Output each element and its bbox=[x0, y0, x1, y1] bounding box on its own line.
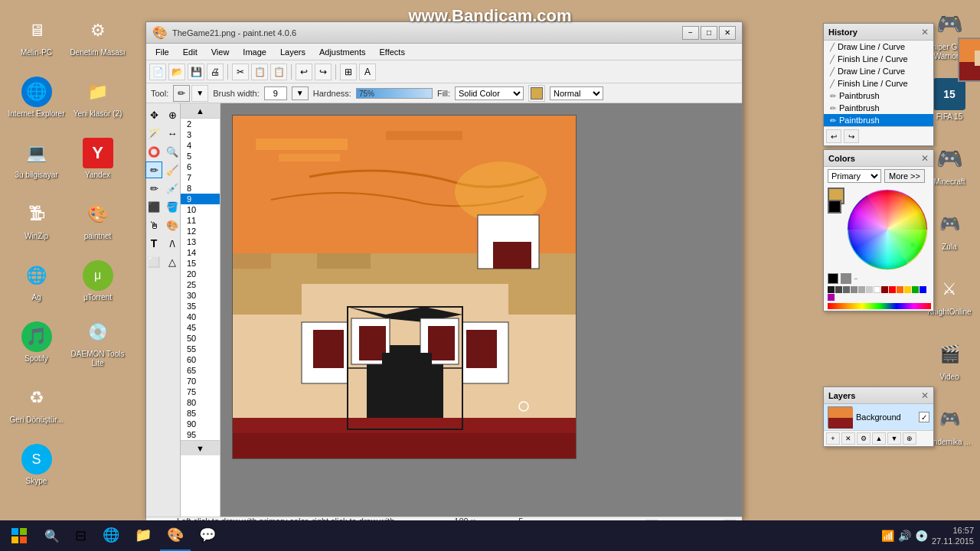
brush-item-70[interactable]: 70 bbox=[181, 376, 220, 386]
history-undo-btn[interactable]: ↩ bbox=[826, 129, 841, 143]
open-btn[interactable]: 📂 bbox=[168, 64, 185, 80]
brush-item-75[interactable]: 75 bbox=[181, 386, 220, 397]
shapes-tool[interactable]: △ bbox=[164, 253, 181, 270]
hardness-bar[interactable]: 75% bbox=[356, 88, 433, 99]
desktop-icon-recycle[interactable]: ♻ Geri Dönüştür... bbox=[8, 375, 65, 432]
brush-item-40[interactable]: 40 bbox=[181, 311, 220, 322]
brush-item-8[interactable]: 8 bbox=[181, 183, 220, 194]
move-tool[interactable]: ✥ bbox=[145, 106, 162, 123]
fill-tool[interactable]: 🪣 bbox=[164, 198, 181, 215]
palette-white[interactable] bbox=[874, 286, 880, 293]
brush-item-65[interactable]: 65 bbox=[181, 365, 220, 376]
palette-darkgrey[interactable] bbox=[835, 286, 842, 293]
desktop-icon-daemon[interactable]: 💿 DAEMON Tools Lite bbox=[69, 314, 126, 371]
brush-item-4[interactable]: 4 bbox=[181, 140, 220, 151]
palette-red[interactable] bbox=[889, 286, 896, 293]
brush-item-2[interactable]: 2 bbox=[181, 119, 220, 129]
history-item-5[interactable]: ✏ Paintbrush bbox=[824, 90, 933, 102]
blend-select[interactable]: Normal bbox=[550, 86, 603, 100]
zoom-tool[interactable]: ⊕ bbox=[164, 106, 181, 123]
start-button[interactable] bbox=[0, 520, 38, 551]
select-tool[interactable]: ↔ bbox=[164, 125, 181, 142]
brush-item-9[interactable]: 9 bbox=[181, 194, 220, 204]
brush-item-5[interactable]: 5 bbox=[181, 151, 220, 161]
taskbar-ie[interactable]: 🌐 bbox=[96, 520, 126, 551]
desktop-icon-melinpc[interactable]: 🖥 Melin-PC bbox=[8, 8, 65, 65]
brush-item-45[interactable]: 45 bbox=[181, 322, 220, 333]
colors-close-btn[interactable]: ✕ bbox=[921, 153, 929, 164]
history-item-7[interactable]: ✏ Paintbrush bbox=[824, 114, 933, 126]
colors-type-select[interactable]: Primary Secondary bbox=[828, 169, 881, 183]
cut-btn[interactable]: ✂ bbox=[232, 64, 249, 80]
history-item-6[interactable]: ✏ Paintbrush bbox=[824, 102, 933, 114]
brush-item-30[interactable]: 30 bbox=[181, 290, 220, 301]
desktop-icon-video[interactable]: 🎬 Video bbox=[923, 329, 976, 390]
layer-item-background[interactable]: Background ✓ bbox=[824, 404, 933, 430]
redo-btn[interactable]: ↪ bbox=[315, 64, 332, 80]
secondary-color-swatch[interactable] bbox=[828, 200, 841, 214]
menu-image[interactable]: Image bbox=[237, 46, 273, 58]
add-layer-btn[interactable]: + bbox=[826, 432, 840, 445]
menu-edit[interactable]: Edit bbox=[177, 46, 204, 58]
close-button[interactable]: ✕ bbox=[719, 26, 736, 40]
brush-size-list[interactable]: ▲ 2 3 4 5 6 7 8 9 10 11 12 13 14 15 20 2… bbox=[181, 103, 220, 517]
history-close-btn[interactable]: ✕ bbox=[921, 27, 929, 37]
palette-silver[interactable] bbox=[866, 286, 873, 293]
text-btn[interactable]: A bbox=[359, 64, 376, 80]
ellipse-tool[interactable]: ⭕ bbox=[145, 143, 162, 160]
black-swatch[interactable] bbox=[828, 273, 838, 284]
transparency-icon[interactable]: − bbox=[854, 275, 858, 282]
taskbar-skype[interactable]: 💬 bbox=[192, 520, 223, 551]
brush-item-10[interactable]: 10 bbox=[181, 204, 220, 215]
taskbar-paintnet[interactable]: 🎨 bbox=[160, 520, 191, 551]
brush-item-15[interactable]: 15 bbox=[181, 258, 220, 269]
palette-blue[interactable] bbox=[920, 286, 926, 293]
magic-wand-tool[interactable]: 🪄 bbox=[145, 125, 162, 142]
layer-up-btn[interactable]: ▲ bbox=[872, 432, 886, 445]
history-item-4[interactable]: ╱ Finish Line / Curve bbox=[824, 77, 933, 90]
fill-select[interactable]: Solid Color bbox=[455, 86, 524, 100]
brush-item-11[interactable]: 11 bbox=[181, 215, 220, 226]
grey-swatch[interactable] bbox=[841, 273, 851, 284]
tool-picker-btn[interactable]: ▼ bbox=[191, 85, 208, 102]
brush-item-80[interactable]: 80 bbox=[181, 397, 220, 408]
desktop-icon-paintnet[interactable]: 🎨 paintnet bbox=[69, 191, 126, 249]
history-item-2[interactable]: ╱ Finish Line / Curve bbox=[824, 53, 933, 65]
new-btn[interactable]: 📄 bbox=[149, 64, 166, 80]
palette-darkred[interactable] bbox=[881, 286, 888, 293]
delete-layer-btn[interactable]: ✕ bbox=[841, 432, 855, 445]
menu-file[interactable]: File bbox=[149, 46, 175, 58]
taskbar-explorer[interactable]: 📁 bbox=[128, 520, 158, 551]
colorpick-tool[interactable]: 💉 bbox=[164, 180, 181, 197]
brush-item-60[interactable]: 60 bbox=[181, 354, 220, 365]
palette-ltgrey[interactable] bbox=[858, 286, 865, 293]
brush-item-35[interactable]: 35 bbox=[181, 301, 220, 311]
undo-btn[interactable]: ↩ bbox=[296, 64, 312, 80]
canvas-artwork[interactable] bbox=[232, 115, 577, 459]
hue-strip[interactable] bbox=[828, 303, 931, 309]
layer-props-btn[interactable]: ⚙ bbox=[857, 432, 871, 445]
palette-yellow[interactable] bbox=[904, 286, 911, 293]
brush-width-input[interactable] bbox=[264, 86, 287, 100]
clone-tool[interactable]: 🖱 bbox=[145, 217, 162, 233]
palette-grey[interactable] bbox=[843, 286, 850, 293]
brush-item-6[interactable]: 6 bbox=[181, 161, 220, 172]
menu-layers[interactable]: Layers bbox=[274, 46, 312, 58]
layer-down-btn[interactable]: ▼ bbox=[887, 432, 901, 445]
palette-orange[interactable] bbox=[897, 286, 903, 293]
layer-visibility-toggle[interactable]: ✓ bbox=[919, 412, 929, 422]
zoom2-tool[interactable]: 🔍 bbox=[164, 143, 181, 160]
menu-view[interactable]: View bbox=[205, 46, 236, 58]
recolor-tool[interactable]: 🎨 bbox=[164, 217, 181, 233]
pencil-tool[interactable]: ✏ bbox=[145, 180, 162, 197]
taskview-button[interactable]: ⊟ bbox=[65, 520, 96, 551]
desktop-icon-ag[interactable]: 🌐 Ag bbox=[8, 253, 65, 310]
brush-item-95[interactable]: 95 bbox=[181, 429, 220, 440]
copy-btn[interactable]: 📋 bbox=[251, 64, 268, 80]
desktop-icon-yandex[interactable]: Y Yandex bbox=[69, 130, 126, 187]
maximize-button[interactable]: □ bbox=[701, 26, 717, 40]
brush-item-20[interactable]: 20 bbox=[181, 269, 220, 279]
menu-effects[interactable]: Effects bbox=[374, 46, 411, 58]
brush-item-13[interactable]: 13 bbox=[181, 236, 220, 247]
active-tool-btn[interactable]: ✏ bbox=[173, 85, 190, 102]
